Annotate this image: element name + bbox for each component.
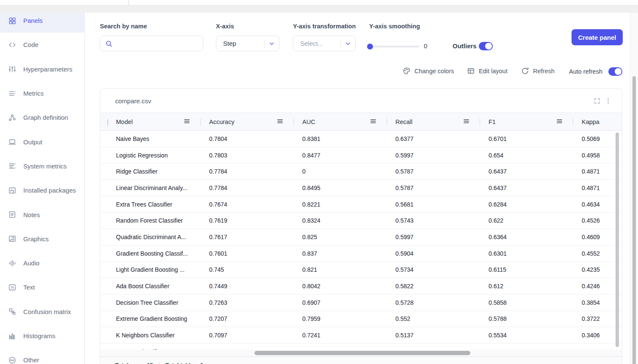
cell-auc: 0.6907 [294, 299, 387, 306]
sidebar-item-histograms[interactable]: Histograms [0, 324, 84, 348]
cell-model: Extreme Gradient Boosting [108, 315, 201, 322]
column-header-auc[interactable]: AUC [294, 113, 387, 130]
cell-auc: 0.8221 [294, 201, 387, 208]
cell-auc: 0.821 [294, 266, 387, 273]
search-input[interactable] [116, 40, 198, 47]
page-scrollbar[interactable] [632, 76, 636, 364]
search-input-wrapper[interactable] [100, 36, 203, 51]
cell-model: Decision Tree Classifier [108, 299, 201, 306]
sidebar-item-confusion-matrix[interactable]: Confusion matrix [0, 300, 84, 324]
y-transformation-select[interactable]: Select... [293, 36, 356, 51]
y-transformation-placeholder: Select... [293, 40, 340, 47]
x-axis-select[interactable]: Step [216, 36, 279, 51]
sidebar-item-audio[interactable]: Audio [0, 251, 84, 275]
palette-icon [403, 67, 411, 75]
sidebar-item-graph-definition[interactable]: Graph definition [0, 105, 84, 130]
change-colors-button[interactable]: Change colors [403, 67, 454, 75]
y-transformation-label: Y-axis transformation [293, 23, 356, 30]
sidebar-item-installed-packages[interactable]: PyInstalled packages [0, 178, 84, 202]
table-row[interactable]: Ridge Classifier0.778400.57870.64370.487… [100, 163, 622, 180]
table-row[interactable]: Random Forest Classifier0.76190.83240.57… [100, 212, 622, 229]
toggle-knob [615, 68, 621, 75]
cell-recall: 0.5681 [387, 201, 480, 208]
sidebar-item-label: Graph definition [23, 114, 68, 121]
sidebar-item-label: Audio [23, 259, 39, 267]
table-row[interactable]: Dummy Classifier0.65130.5000 [100, 344, 622, 350]
table-row[interactable]: Extra Trees Classifier0.76740.82210.5681… [100, 196, 622, 213]
cell-recall: 0.5728 [387, 299, 480, 306]
table-row[interactable]: K Neighbors Classifier0.70970.72410.5137… [100, 327, 622, 344]
sidebar-item-hyperparameters[interactable]: Hyperparameters [0, 57, 84, 81]
cell-recall: 0.5997 [387, 234, 480, 240]
table-row[interactable]: Logistic Regression0.78030.84770.59970.6… [100, 147, 622, 164]
sidebar-item-text[interactable]: TtText [0, 275, 84, 299]
cell-accuracy: 0.7449 [201, 283, 294, 290]
sidebar-item-code[interactable]: Code [0, 33, 84, 57]
sidebar-item-graphics[interactable]: Graphics [0, 227, 84, 251]
cell-accuracy: 0.7601 [201, 250, 294, 257]
cell-kappa: 0.4871 [573, 185, 622, 191]
cell-recall: 0.5997 [387, 152, 480, 159]
y-smoothing-slider[interactable] [369, 46, 420, 47]
refresh-button[interactable]: Refresh [521, 67, 555, 75]
table-row[interactable]: Extreme Gradient Boosting0.72070.79590.5… [100, 311, 622, 328]
metrics-icon [8, 89, 17, 98]
column-header-label: AUC [302, 119, 315, 125]
auto-refresh-toggle[interactable] [608, 67, 622, 76]
cell-kappa: 0.4235 [573, 266, 622, 273]
svg-text:Tt: Tt [11, 286, 14, 290]
sidebar-item-label: Notes [23, 211, 40, 218]
edit-layout-button[interactable]: Edit layout [467, 67, 508, 75]
table-row[interactable]: Decision Tree Classifier0.72630.69070.57… [100, 295, 622, 311]
column-menu-icon[interactable] [370, 119, 376, 125]
sidebar-item-metrics[interactable]: Metrics [0, 81, 84, 105]
topbar-divider [128, 0, 129, 5]
histograms-icon [8, 331, 17, 341]
sidebar-item-panels[interactable]: Panels [0, 13, 84, 33]
sidebar-item-output[interactable]: Output [0, 130, 84, 154]
table-vertical-scrollbar[interactable] [616, 132, 619, 347]
table-row[interactable]: Gradient Boosting Classif...0.76010.8370… [100, 245, 622, 262]
panel-menu-icon[interactable] [602, 95, 613, 106]
cell-kappa: 0.3406 [573, 332, 622, 339]
table-row[interactable]: Quadratic Discriminant A...0.76170.8250.… [100, 229, 622, 245]
column-header-accuracy[interactable]: Accuracy [201, 113, 294, 130]
cell-recall: 0.5734 [387, 266, 480, 273]
sidebar-item-system-metrics[interactable]: System metrics [0, 154, 84, 178]
column-header-label: Recall [395, 119, 412, 125]
cell-recall: 0.5787 [387, 168, 480, 175]
table-row[interactable]: Light Gradient Boosting ...0.7450.8210.5… [100, 262, 622, 279]
create-panel-button[interactable]: Create panel [572, 29, 623, 45]
table-row[interactable]: Naive Bayes0.78040.83810.63770.67010.506… [100, 131, 622, 147]
y-smoothing-label: Y-axis smoothing [369, 23, 420, 30]
x-axis-selected-value: Step [216, 40, 264, 47]
cell-accuracy: 0.7619 [201, 217, 294, 224]
edit-layout-label: Edit layout [479, 68, 508, 74]
slider-thumb[interactable] [367, 44, 373, 50]
search-label: Search by name [100, 23, 147, 30]
cell-model: Naive Bayes [108, 135, 201, 142]
column-menu-icon[interactable] [557, 119, 562, 125]
expand-panel-icon[interactable] [591, 95, 602, 106]
main-content: Search by name X-axis Step Y-axis transf… [85, 13, 638, 364]
outliers-toggle[interactable] [479, 42, 493, 50]
panels-icon [8, 16, 17, 25]
sidebar-item-label: Output [23, 138, 42, 146]
column-header-recall[interactable]: Recall [387, 113, 480, 130]
table-horizontal-scrollbar-track [100, 350, 622, 356]
cell-auc: 0.837 [294, 250, 387, 257]
sidebar-nav: PanelsCodeHyperparametersMetricsGraph de… [0, 13, 84, 364]
column-menu-icon[interactable] [277, 119, 283, 125]
sidebar-item-other[interactable]: Other [0, 348, 84, 364]
column-header-f1[interactable]: F1 [480, 113, 573, 130]
column-menu-icon[interactable] [464, 119, 469, 125]
column-header-model[interactable]: Model [108, 113, 201, 130]
browser-top-strip [0, 0, 638, 5]
table-row[interactable]: Linear Discriminant Analy...0.77840.8495… [100, 180, 622, 196]
cell-f1: 0.5858 [480, 299, 573, 306]
column-menu-icon[interactable] [184, 119, 190, 125]
table-row[interactable]: Ada Boost Classifier0.74490.80420.58220.… [100, 278, 622, 295]
sidebar-item-notes[interactable]: Notes [0, 202, 84, 226]
column-header-kappa[interactable]: Kappa [573, 113, 622, 130]
table-horizontal-scrollbar[interactable] [254, 351, 470, 355]
